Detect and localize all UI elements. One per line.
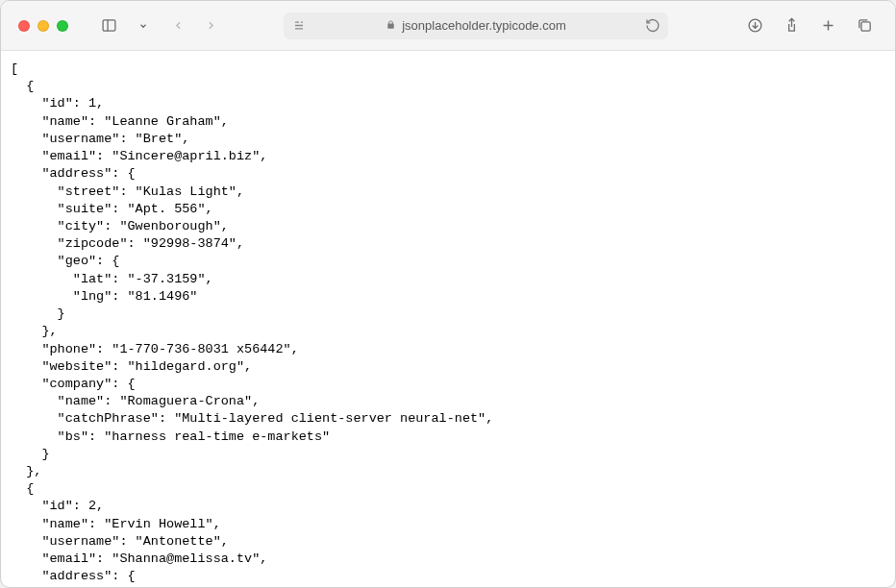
browser-window: jsonplaceholder.typicode.com [ { "id": 1… [0, 0, 896, 588]
minimize-window-button[interactable] [37, 20, 49, 32]
titlebar: jsonplaceholder.typicode.com [1, 1, 895, 51]
reload-button[interactable] [645, 18, 660, 34]
forward-button[interactable] [197, 12, 224, 39]
nav-group [164, 12, 224, 39]
back-button[interactable] [164, 12, 191, 39]
svg-rect-0 [103, 20, 115, 31]
fullscreen-window-button[interactable] [57, 20, 68, 32]
chevron-down-icon[interactable] [130, 12, 157, 39]
address-text: jsonplaceholder.typicode.com [402, 18, 566, 33]
toolbar-right [741, 12, 878, 39]
sidebar-toggle-button[interactable] [95, 12, 122, 39]
lock-icon [386, 18, 396, 33]
new-tab-button[interactable] [814, 12, 841, 39]
share-button[interactable] [778, 12, 805, 39]
address-bar[interactable]: jsonplaceholder.typicode.com [284, 12, 668, 39]
page-content: [ { "id": 1, "name": "Leanne Graham", "u… [1, 51, 895, 587]
reader-mode-icon[interactable] [291, 18, 307, 34]
downloads-button[interactable] [741, 12, 768, 39]
close-window-button[interactable] [18, 20, 30, 32]
json-output: [ { "id": 1, "name": "Leanne Graham", "u… [11, 61, 493, 587]
window-controls [18, 20, 68, 32]
tabs-overview-button[interactable] [851, 12, 878, 39]
svg-rect-11 [860, 22, 869, 31]
